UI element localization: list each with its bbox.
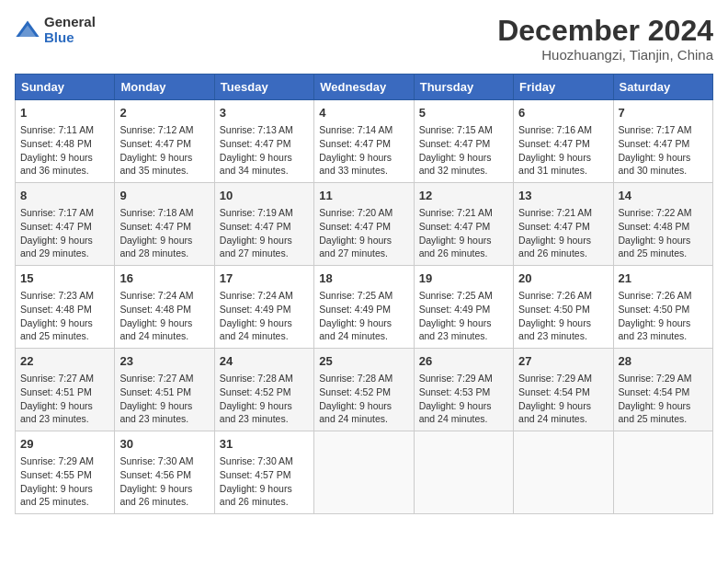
calendar-cell: 7Sunrise: 7:17 AMSunset: 4:47 PMDaylight…	[613, 100, 712, 183]
calendar-week-row: 15Sunrise: 7:23 AMSunset: 4:48 PMDayligh…	[16, 266, 713, 349]
daylight: Daylight: 9 hours and 30 minutes.	[619, 152, 691, 177]
sunset: Sunset: 4:47 PM	[619, 138, 690, 149]
day-number: 24	[220, 353, 309, 370]
sunrise: Sunrise: 7:30 AM	[220, 455, 293, 466]
calendar-cell: 14Sunrise: 7:22 AMSunset: 4:48 PMDayligh…	[613, 183, 712, 266]
sunset: Sunset: 4:54 PM	[518, 386, 590, 397]
day-number: 3	[220, 105, 309, 121]
daylight: Daylight: 9 hours and 25 minutes.	[20, 317, 93, 342]
sunset: Sunset: 4:48 PM	[20, 304, 92, 315]
calendar-cell: 13Sunrise: 7:21 AMSunset: 4:47 PMDayligh…	[514, 183, 613, 266]
sunrise: Sunrise: 7:30 AM	[119, 455, 193, 466]
day-number: 1	[20, 105, 109, 121]
sunrise: Sunrise: 7:27 AM	[20, 373, 94, 384]
daylight: Daylight: 9 hours and 32 minutes.	[419, 152, 492, 177]
day-number: 19	[419, 270, 508, 287]
sunset: Sunset: 4:47 PM	[119, 138, 191, 149]
sunrise: Sunrise: 7:28 AM	[220, 373, 293, 384]
sunrise: Sunrise: 7:17 AM	[20, 207, 94, 218]
day-number: 15	[20, 270, 109, 287]
month-title: December 2024	[497, 15, 713, 47]
daylight: Daylight: 9 hours and 25 minutes.	[20, 483, 93, 508]
sunset: Sunset: 4:55 PM	[20, 469, 92, 480]
sunrise: Sunrise: 7:29 AM	[419, 373, 493, 384]
sunrise: Sunrise: 7:21 AM	[419, 207, 493, 218]
daylight: Daylight: 9 hours and 25 minutes.	[619, 235, 691, 259]
sunrise: Sunrise: 7:14 AM	[319, 124, 392, 135]
daylight: Daylight: 9 hours and 23 minutes.	[20, 400, 93, 425]
page-header: General Blue December 2024 Huozhuangzi, …	[15, 15, 713, 63]
day-number: 31	[220, 436, 309, 453]
day-number: 11	[319, 188, 408, 204]
sunrise: Sunrise: 7:24 AM	[220, 290, 293, 301]
sunrise: Sunrise: 7:24 AM	[119, 290, 193, 301]
calendar-cell: 28Sunrise: 7:29 AMSunset: 4:54 PMDayligh…	[613, 349, 712, 431]
sunrise: Sunrise: 7:29 AM	[518, 373, 592, 384]
calendar-cell: 29Sunrise: 7:29 AMSunset: 4:55 PMDayligh…	[16, 431, 115, 513]
sunset: Sunset: 4:47 PM	[518, 221, 590, 232]
sunrise: Sunrise: 7:26 AM	[518, 290, 592, 301]
calendar-cell: 21Sunrise: 7:26 AMSunset: 4:50 PMDayligh…	[613, 266, 712, 349]
calendar-cell: 22Sunrise: 7:27 AMSunset: 4:51 PMDayligh…	[16, 349, 115, 431]
daylight: Daylight: 9 hours and 24 minutes.	[419, 400, 492, 425]
sunset: Sunset: 4:52 PM	[220, 386, 291, 397]
calendar-cell: 10Sunrise: 7:19 AMSunset: 4:47 PMDayligh…	[214, 183, 313, 266]
weekday-header-tuesday: Tuesday	[214, 75, 313, 100]
weekday-header-thursday: Thursday	[414, 75, 513, 100]
weekday-header-sunday: Sunday	[16, 75, 115, 100]
sunset: Sunset: 4:51 PM	[119, 386, 191, 397]
weekday-header-saturday: Saturday	[613, 75, 712, 100]
day-number: 25	[319, 353, 408, 370]
daylight: Daylight: 9 hours and 23 minutes.	[119, 400, 192, 425]
daylight: Daylight: 9 hours and 23 minutes.	[518, 317, 591, 342]
sunset: Sunset: 4:48 PM	[619, 221, 690, 232]
location-title: Huozhuangzi, Tianjin, China	[497, 47, 713, 63]
day-number: 5	[419, 105, 508, 121]
calendar-cell	[613, 431, 712, 513]
sunset: Sunset: 4:53 PM	[419, 386, 491, 397]
sunrise: Sunrise: 7:22 AM	[619, 207, 692, 218]
sunrise: Sunrise: 7:26 AM	[619, 290, 692, 301]
daylight: Daylight: 9 hours and 36 minutes.	[20, 152, 93, 177]
daylight: Daylight: 9 hours and 26 minutes.	[220, 483, 292, 508]
sunrise: Sunrise: 7:20 AM	[319, 207, 392, 218]
daylight: Daylight: 9 hours and 33 minutes.	[319, 152, 392, 177]
calendar-cell: 24Sunrise: 7:28 AMSunset: 4:52 PMDayligh…	[214, 349, 313, 431]
day-number: 22	[20, 353, 109, 370]
calendar-cell: 31Sunrise: 7:30 AMSunset: 4:57 PMDayligh…	[214, 431, 313, 513]
calendar-cell: 12Sunrise: 7:21 AMSunset: 4:47 PMDayligh…	[414, 183, 513, 266]
sunset: Sunset: 4:47 PM	[518, 138, 590, 149]
logo-general: General	[44, 15, 96, 30]
sunset: Sunset: 4:47 PM	[220, 221, 291, 232]
sunrise: Sunrise: 7:12 AM	[119, 124, 193, 135]
calendar-week-row: 29Sunrise: 7:29 AMSunset: 4:55 PMDayligh…	[16, 431, 713, 513]
daylight: Daylight: 9 hours and 26 minutes.	[119, 483, 192, 508]
day-number: 21	[619, 270, 708, 287]
sunrise: Sunrise: 7:15 AM	[419, 124, 493, 135]
calendar-cell: 27Sunrise: 7:29 AMSunset: 4:54 PMDayligh…	[514, 349, 613, 431]
sunrise: Sunrise: 7:18 AM	[119, 207, 193, 218]
calendar-cell: 6Sunrise: 7:16 AMSunset: 4:47 PMDaylight…	[514, 100, 613, 183]
sunset: Sunset: 4:54 PM	[619, 386, 690, 397]
weekday-header-wednesday: Wednesday	[314, 75, 414, 100]
calendar-cell: 3Sunrise: 7:13 AMSunset: 4:47 PMDaylight…	[214, 100, 313, 183]
sunset: Sunset: 4:50 PM	[619, 304, 690, 315]
daylight: Daylight: 9 hours and 23 minutes.	[220, 400, 292, 425]
daylight: Daylight: 9 hours and 24 minutes.	[319, 400, 392, 425]
calendar-cell	[414, 431, 513, 513]
title-block: December 2024 Huozhuangzi, Tianjin, Chin…	[497, 15, 713, 63]
day-number: 6	[518, 105, 608, 121]
calendar-cell: 8Sunrise: 7:17 AMSunset: 4:47 PMDaylight…	[16, 183, 115, 266]
calendar-week-row: 1Sunrise: 7:11 AMSunset: 4:48 PMDaylight…	[16, 100, 713, 183]
logo: General Blue	[15, 15, 96, 45]
day-number: 10	[220, 188, 309, 204]
daylight: Daylight: 9 hours and 25 minutes.	[619, 400, 691, 425]
sunset: Sunset: 4:50 PM	[518, 304, 590, 315]
sunrise: Sunrise: 7:27 AM	[119, 373, 193, 384]
calendar-cell: 9Sunrise: 7:18 AMSunset: 4:47 PMDaylight…	[115, 183, 214, 266]
daylight: Daylight: 9 hours and 27 minutes.	[319, 235, 392, 259]
day-number: 14	[619, 188, 708, 204]
daylight: Daylight: 9 hours and 35 minutes.	[119, 152, 192, 177]
calendar-cell: 23Sunrise: 7:27 AMSunset: 4:51 PMDayligh…	[115, 349, 214, 431]
sunset: Sunset: 4:47 PM	[20, 221, 92, 232]
